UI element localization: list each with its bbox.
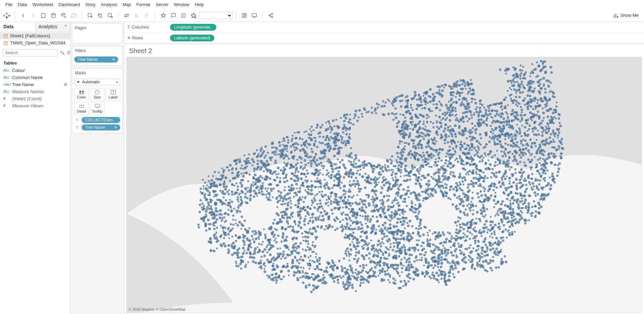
map-visualization[interactable]: © 2020 Mapbox © OpenStreetMap: [126, 57, 642, 313]
presentation-icon[interactable]: [250, 11, 259, 20]
svg-point-5103: [416, 274, 418, 276]
svg-point-4371: [459, 187, 461, 190]
svg-point-2578: [345, 133, 348, 136]
svg-point-2274: [260, 260, 262, 262]
svg-point-4690: [279, 177, 281, 179]
label-toggle-icon[interactable]: T: [179, 11, 188, 20]
marks-detail-button[interactable]: Detail: [74, 102, 89, 115]
field-measure-values[interactable]: # Measure Values: [0, 102, 70, 109]
svg-point-5244: [398, 250, 401, 252]
tab-data[interactable]: Data: [0, 22, 35, 31]
datasource-item[interactable]: Sheet1 (FallColours): [0, 32, 70, 39]
field-common-name[interactable]: Abc Common Name: [0, 74, 70, 81]
datasource-item[interactable]: TMMS_Open_Data_WGS84: [0, 39, 70, 46]
svg-point-2587: [514, 168, 516, 170]
svg-point-3490: [427, 142, 429, 144]
field-measure-names[interactable]: Abc Measure Names: [0, 88, 70, 95]
field-tree-name[interactable]: =Abc Tree Name ⧉: [0, 81, 70, 88]
clear-icon[interactable]: [105, 11, 115, 20]
rows-pill-latitude[interactable]: Latitude (generated): [170, 35, 214, 41]
refresh-icon[interactable]: [69, 11, 78, 20]
svg-point-942: [522, 100, 525, 102]
filter-pill-tree-name[interactable]: Tree Name ⧉: [74, 56, 118, 63]
svg-point-3504: [221, 234, 222, 236]
fix-axes-icon[interactable]: [189, 11, 198, 20]
mark-pill-tree-name[interactable]: Tree Name ⧉: [82, 124, 120, 130]
svg-point-3465: [434, 185, 436, 187]
marks-color-button[interactable]: Color: [74, 88, 89, 101]
menu-file[interactable]: File: [3, 1, 15, 8]
svg-point-2882: [246, 197, 249, 199]
svg-point-5060: [399, 195, 402, 198]
group-icon[interactable]: [169, 11, 178, 20]
svg-point-4611: [404, 164, 407, 167]
menu-data[interactable]: Data: [15, 1, 30, 8]
menu-window[interactable]: Window: [171, 1, 192, 8]
undo-icon[interactable]: [18, 11, 28, 20]
menu-format[interactable]: Format: [134, 1, 153, 8]
svg-point-3166: [216, 240, 218, 243]
menu-server[interactable]: Server: [153, 1, 171, 8]
tableau-logo-icon[interactable]: [2, 11, 11, 20]
tab-analytics[interactable]: Analytics▾: [35, 22, 71, 31]
svg-point-3237: [337, 282, 339, 284]
new-datasource-icon[interactable]: [49, 11, 58, 20]
svg-point-3261: [492, 189, 495, 191]
highlight-icon[interactable]: [159, 11, 168, 20]
svg-point-3507: [252, 230, 254, 233]
field-colour[interactable]: Abc Colour: [0, 67, 70, 74]
menu-worksheet[interactable]: Worksheet: [30, 1, 56, 8]
marks-type-dropdown[interactable]: ✦ Automatic ▾: [74, 79, 120, 85]
svg-point-4966: [475, 182, 477, 184]
share-icon[interactable]: [266, 11, 275, 20]
svg-point-5111: [437, 160, 439, 162]
svg-point-4114: [525, 180, 527, 182]
sheet-title[interactable]: Sheet 2: [124, 44, 644, 57]
svg-point-5225: [428, 264, 430, 267]
sort-asc-icon[interactable]: [132, 11, 141, 20]
menu-help[interactable]: Help: [192, 1, 207, 8]
svg-point-3433: [333, 132, 336, 135]
filters-card[interactable]: Filters Tree Name ⧉: [72, 46, 123, 66]
marks-size-button[interactable]: Size: [90, 88, 104, 101]
svg-point-3161: [463, 232, 465, 234]
duplicate-icon[interactable]: [95, 11, 105, 20]
menu-dashboard[interactable]: Dashboard: [56, 1, 83, 8]
marks-tooltip-button[interactable]: Tooltip: [90, 102, 104, 115]
search-icon[interactable]: 🔍: [60, 50, 65, 56]
show-me-button[interactable]: Show Me: [610, 13, 642, 18]
fit-dropdown[interactable]: [199, 12, 232, 19]
svg-point-2320: [204, 225, 207, 227]
field-sheet1-count[interactable]: # Sheet1 (Count): [0, 95, 70, 102]
svg-point-3481: [395, 257, 397, 260]
svg-point-4467: [304, 218, 306, 221]
view-list-icon[interactable]: ☰: [67, 50, 71, 56]
swap-icon[interactable]: [122, 11, 131, 20]
svg-point-4518: [220, 244, 223, 247]
redo-icon[interactable]: [29, 11, 38, 20]
search-input[interactable]: [3, 49, 58, 56]
columns-pill-longitude[interactable]: Longitude (generate..: [170, 24, 216, 31]
svg-point-5217: [273, 219, 276, 221]
svg-point-2511: [524, 140, 526, 142]
show-cards-icon[interactable]: [240, 11, 249, 20]
svg-point-2622: [316, 267, 318, 269]
rows-shelf[interactable]: Latitude (generated): [167, 35, 644, 41]
pause-updates-icon[interactable]: [59, 11, 68, 20]
svg-point-1536: [316, 203, 318, 205]
mark-pill-collect-geo[interactable]: COLLECT(Geo..: [82, 117, 120, 123]
new-worksheet-icon[interactable]: [85, 11, 95, 20]
menu-analysis[interactable]: Analysis: [98, 1, 120, 8]
columns-shelf[interactable]: Longitude (generate..: [167, 24, 644, 31]
pages-card[interactable]: Pages: [72, 23, 123, 43]
svg-point-5018: [406, 126, 408, 128]
svg-point-2905: [266, 196, 268, 198]
menu-story[interactable]: Story: [83, 1, 98, 8]
svg-point-5069: [343, 125, 346, 128]
sort-desc-icon[interactable]: [142, 11, 152, 20]
svg-point-3405: [292, 216, 294, 218]
menu-map[interactable]: Map: [120, 1, 134, 8]
svg-point-4274: [463, 164, 465, 166]
save-icon[interactable]: [39, 11, 48, 20]
marks-label-button[interactable]: T Label: [106, 88, 120, 101]
